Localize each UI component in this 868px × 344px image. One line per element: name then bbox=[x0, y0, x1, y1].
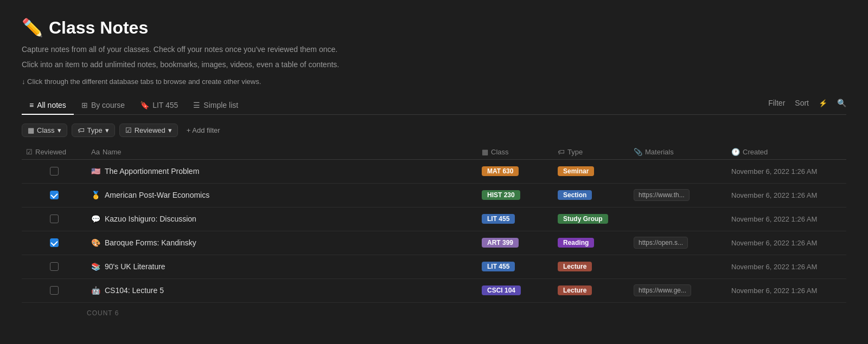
row2-emoji: 🥇 bbox=[91, 191, 100, 199]
row2-type-cell[interactable]: Section bbox=[553, 186, 629, 204]
row4-checkbox[interactable] bbox=[50, 238, 59, 247]
col-header-created: 🕐 Created bbox=[727, 148, 846, 156]
row5-name: 90's UK Literature bbox=[105, 262, 165, 271]
tab-simple-list-icon: ☰ bbox=[193, 101, 200, 109]
row5-type-cell[interactable]: Lecture bbox=[553, 257, 629, 276]
table-row[interactable]: 🤖 CS104: Lecture 5 CSCI 104 Lecture http… bbox=[22, 279, 846, 303]
sort-button[interactable]: Sort bbox=[795, 99, 809, 107]
materials-col-icon: 📎 bbox=[634, 148, 642, 156]
tab-lit455-icon: 🔖 bbox=[140, 101, 149, 109]
row4-class-cell[interactable]: ART 399 bbox=[477, 233, 553, 252]
row2-reviewed-cell[interactable] bbox=[22, 186, 87, 204]
row4-created-cell: November 6, 2022 1:26 AM bbox=[727, 235, 846, 251]
tab-lit455[interactable]: 🔖 LIT 455 bbox=[132, 96, 186, 115]
row2-name-cell[interactable]: 🥇 American Post-War Economics bbox=[87, 186, 477, 204]
row6-type-cell[interactable]: Lecture bbox=[553, 281, 629, 300]
table-row[interactable]: 🎨 Baroque Forms: Kandinsky ART 399 Readi… bbox=[22, 231, 846, 255]
row2-name: American Post-War Economics bbox=[105, 191, 209, 199]
type-filter-chip[interactable]: 🏷 Type ▾ bbox=[72, 124, 115, 137]
tab-by-course[interactable]: ⊞ By course bbox=[74, 96, 132, 115]
row5-class-cell[interactable]: LIT 455 bbox=[477, 257, 553, 276]
row4-type-cell[interactable]: Reading bbox=[553, 233, 629, 252]
name-col-label: Name bbox=[103, 148, 122, 156]
reviewed-filter-arrow: ▾ bbox=[168, 126, 172, 134]
lightning-icon[interactable]: ⚡ bbox=[819, 99, 827, 107]
page-hint: ↓ Click through the different database t… bbox=[22, 77, 846, 86]
row2-created-cell: November 6, 2022 1:26 AM bbox=[727, 187, 846, 204]
title-emoji: ✏️ bbox=[22, 17, 43, 38]
row4-type-badge: Reading bbox=[558, 238, 594, 248]
row3-created: November 6, 2022 1:26 AM bbox=[731, 215, 817, 223]
col-header-materials: 📎 Materials bbox=[629, 148, 727, 156]
row1-class-cell[interactable]: MAT 630 bbox=[477, 162, 553, 180]
row6-type-badge: Lecture bbox=[558, 285, 592, 295]
row1-created-cell: November 6, 2022 1:26 AM bbox=[727, 163, 846, 180]
search-icon[interactable]: 🔍 bbox=[837, 99, 846, 107]
row3-class-cell[interactable]: LIT 455 bbox=[477, 210, 553, 228]
row6-material-link[interactable]: https://www.ge... bbox=[634, 284, 691, 296]
row4-reviewed-cell[interactable] bbox=[22, 234, 87, 251]
row3-created-cell: November 6, 2022 1:26 AM bbox=[727, 211, 846, 228]
name-col-icon: Aa bbox=[91, 148, 100, 156]
table-row[interactable]: 📚 90's UK Literature LIT 455 Lecture Nov… bbox=[22, 255, 846, 279]
row2-material-cell[interactable]: https://www.th... bbox=[629, 185, 727, 205]
table-row[interactable]: 💬 Kazuo Ishiguro: Discussion LIT 455 Stu… bbox=[22, 207, 846, 231]
created-col-label: Created bbox=[743, 148, 768, 156]
table-row[interactable]: 🇺🇸 The Apportionment Problem MAT 630 Sem… bbox=[22, 160, 846, 184]
tab-all-notes[interactable]: ≡ All notes bbox=[22, 96, 74, 115]
row2-class-cell[interactable]: HIST 230 bbox=[477, 186, 553, 204]
row4-material-link[interactable]: https://open.s... bbox=[634, 237, 688, 249]
row3-material-cell bbox=[629, 215, 727, 223]
table-row[interactable]: 🥇 American Post-War Economics HIST 230 S… bbox=[22, 184, 846, 207]
row6-reviewed-cell[interactable] bbox=[22, 282, 87, 299]
col-header-name: Aa Name bbox=[87, 148, 477, 156]
row3-emoji: 💬 bbox=[91, 215, 100, 223]
tab-all-notes-label: All notes bbox=[37, 101, 66, 109]
row1-emoji: 🇺🇸 bbox=[91, 167, 100, 176]
row5-name-cell[interactable]: 📚 90's UK Literature bbox=[87, 258, 477, 275]
row2-material-link[interactable]: https://www.th... bbox=[634, 189, 690, 201]
filter-button[interactable]: Filter bbox=[768, 99, 785, 107]
reviewed-col-icon: ☑ bbox=[26, 148, 33, 156]
filters-bar: ▦ Class ▾ 🏷 Type ▾ ☑ Reviewed ▾ + Add fi… bbox=[22, 124, 846, 137]
class-col-icon: ▦ bbox=[482, 148, 488, 156]
type-col-label: Type bbox=[567, 148, 583, 156]
row6-name-cell[interactable]: 🤖 CS104: Lecture 5 bbox=[87, 282, 477, 299]
class-filter-chip[interactable]: ▦ Class ▾ bbox=[22, 124, 67, 137]
row5-class-badge: LIT 455 bbox=[482, 262, 515, 271]
row3-name-cell[interactable]: 💬 Kazuo Ishiguro: Discussion bbox=[87, 210, 477, 228]
row1-name-cell[interactable]: 🇺🇸 The Apportionment Problem bbox=[87, 163, 477, 180]
reviewed-filter-label: Reviewed bbox=[135, 126, 165, 134]
row4-material-cell[interactable]: https://open.s... bbox=[629, 232, 727, 253]
tab-simple-list[interactable]: ☰ Simple list bbox=[186, 96, 246, 115]
add-filter-button[interactable]: + Add filter bbox=[182, 124, 225, 137]
row5-checkbox[interactable] bbox=[50, 262, 59, 271]
row4-name-cell[interactable]: 🎨 Baroque Forms: Kandinsky bbox=[87, 234, 477, 251]
row3-type-cell[interactable]: Study Group bbox=[553, 210, 629, 228]
row1-type-cell[interactable]: Seminar bbox=[553, 162, 629, 180]
materials-col-label: Materials bbox=[645, 148, 674, 156]
row6-class-badge: CSCI 104 bbox=[482, 285, 521, 295]
col-header-reviewed: ☑ Reviewed bbox=[22, 148, 87, 156]
tabs-left: ≡ All notes ⊞ By course 🔖 LIT 455 ☰ Simp… bbox=[22, 96, 246, 114]
tab-all-notes-icon: ≡ bbox=[29, 101, 34, 109]
row3-reviewed-cell[interactable] bbox=[22, 210, 87, 228]
row2-checkbox[interactable] bbox=[50, 191, 59, 199]
row6-material-cell[interactable]: https://www.ge... bbox=[629, 280, 727, 301]
row6-name: CS104: Lecture 5 bbox=[105, 286, 164, 295]
count-row: COUNT 6 bbox=[22, 303, 846, 319]
row1-checkbox[interactable] bbox=[50, 167, 59, 176]
row6-created: November 6, 2022 1:26 AM bbox=[731, 287, 817, 295]
class-filter-arrow: ▾ bbox=[58, 126, 61, 134]
title-text: Class Notes bbox=[49, 18, 148, 38]
row6-class-cell[interactable]: CSCI 104 bbox=[477, 281, 553, 300]
row3-checkbox[interactable] bbox=[50, 215, 59, 223]
type-filter-icon: 🏷 bbox=[78, 126, 85, 134]
col-header-class: ▦ Class bbox=[477, 148, 553, 156]
row1-reviewed-cell[interactable] bbox=[22, 163, 87, 180]
row6-created-cell: November 6, 2022 1:26 AM bbox=[727, 282, 846, 299]
row5-reviewed-cell[interactable] bbox=[22, 258, 87, 275]
reviewed-filter-chip[interactable]: ☑ Reviewed ▾ bbox=[119, 124, 178, 137]
row6-checkbox[interactable] bbox=[50, 286, 59, 295]
type-filter-arrow: ▾ bbox=[105, 126, 109, 134]
